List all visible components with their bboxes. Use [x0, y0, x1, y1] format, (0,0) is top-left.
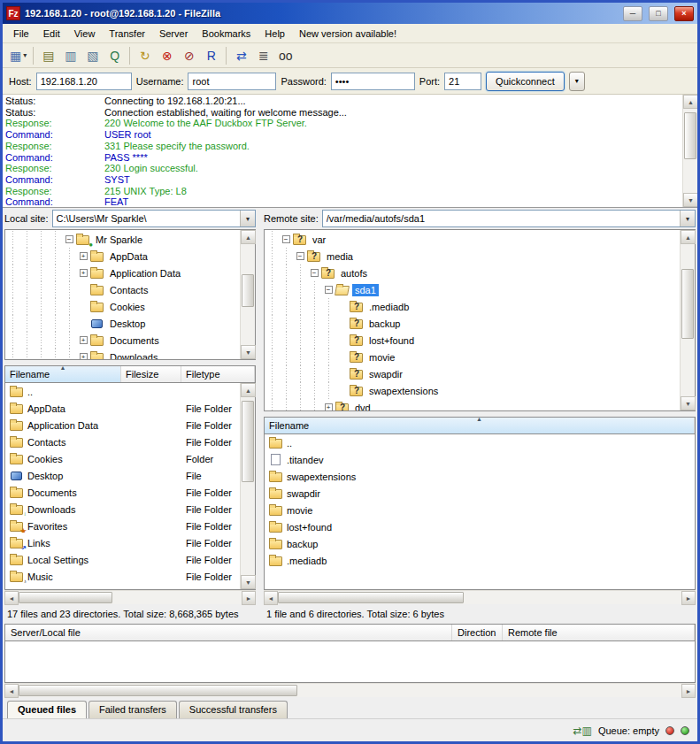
port-input[interactable] [444, 73, 481, 90]
remote-site-dropdown-icon[interactable]: ▾ [680, 211, 695, 226]
find-files-icon[interactable]: oo [274, 46, 296, 65]
username-input[interactable] [188, 73, 276, 90]
menu-server[interactable]: Server [152, 26, 195, 42]
close-button[interactable]: × [674, 6, 694, 21]
expand-plus-icon[interactable]: + [80, 353, 88, 359]
local-list-scrollbar[interactable]: ▲ ▼ [240, 383, 255, 589]
file-row-contacts[interactable]: ContactsFile Folder [5, 433, 240, 450]
host-input[interactable] [36, 73, 132, 90]
tree-expander[interactable]: − [62, 231, 76, 248]
scroll-up-icon[interactable]: ▲ [241, 230, 256, 244]
collapse-minus-icon[interactable]: − [282, 235, 290, 243]
tree-item-downloads[interactable]: +↓Downloads [5, 349, 240, 359]
tree-expander[interactable]: − [307, 265, 321, 281]
cancel-icon[interactable]: ⊗ [156, 46, 178, 65]
minimize-button[interactable]: ─ [623, 6, 642, 21]
tree-item-media[interactable]: −?media [265, 248, 680, 265]
scroll-track[interactable] [19, 684, 681, 697]
tab-successful-transfers[interactable]: Successful transfers [179, 701, 288, 718]
scroll-thumb[interactable] [242, 401, 254, 482]
tree-expander[interactable]: + [321, 399, 335, 410]
collapse-minus-icon[interactable]: − [296, 252, 304, 260]
file-row-appdata[interactable]: AppDataFile Folder [5, 400, 240, 417]
scroll-track[interactable] [683, 109, 697, 193]
scroll-down-icon[interactable]: ▼ [681, 396, 696, 410]
file-row-parent-directory[interactable]: .. [265, 434, 695, 451]
password-input[interactable] [331, 73, 415, 90]
file-row-links[interactable]: ↗LinksFile Folder [5, 534, 240, 551]
queue-column-direction[interactable]: Direction [452, 625, 503, 640]
tree-expander[interactable]: − [293, 248, 307, 265]
tree-item-swapextensions[interactable]: ?swapextensions [265, 382, 680, 399]
scroll-track[interactable] [241, 397, 255, 575]
menu-view[interactable]: View [67, 26, 103, 42]
tree-item-application-data[interactable]: +Application Data [5, 265, 240, 281]
synchronized-browsing-icon[interactable]: ≣ [252, 46, 274, 65]
message-log-scrollbar[interactable]: ▲ ▼ [682, 95, 697, 207]
file-row-lost-found[interactable]: lost+found [265, 518, 695, 535]
menu-bookmarks[interactable]: Bookmarks [195, 26, 258, 42]
tree-item-mr-sparkle[interactable]: −●Mr Sparkle [5, 231, 240, 248]
file-row-mediadb[interactable]: .mediadb [265, 552, 695, 569]
scroll-thumb[interactable] [242, 274, 254, 306]
local-list-hscrollbar[interactable]: ◄ ► [4, 590, 256, 604]
scroll-up-icon[interactable]: ▲ [681, 230, 696, 244]
scroll-left-icon[interactable]: ◄ [264, 591, 278, 605]
quickconnect-button[interactable]: Quickconnect [486, 72, 565, 91]
menu-help[interactable]: Help [258, 26, 292, 42]
file-row-cookies[interactable]: CookiesFolder [5, 450, 240, 467]
local-column-filesize[interactable]: Filesize [121, 366, 181, 382]
menu-new-version-available[interactable]: New version available! [292, 26, 404, 42]
remote-tree-scrollbar[interactable]: ▲ ▼ [680, 230, 695, 410]
toggle-queue-icon[interactable]: Q [104, 46, 126, 65]
scroll-right-icon[interactable]: ► [681, 591, 696, 605]
expand-plus-icon[interactable]: + [80, 252, 88, 260]
tree-item-lost-found[interactable]: ?lost+found [265, 332, 680, 349]
tree-item-contacts[interactable]: Contacts [5, 281, 240, 298]
scroll-right-icon[interactable]: ► [242, 591, 256, 605]
scroll-left-icon[interactable]: ◄ [4, 684, 19, 698]
remote-column-filename[interactable]: ▲Filename [265, 418, 695, 433]
title-bar[interactable]: Fz 192.168.1.20 - root@192.168.1.20 - Fi… [3, 3, 697, 24]
collapse-minus-icon[interactable]: − [311, 269, 319, 277]
file-row-favorites[interactable]: ★FavoritesFile Folder [5, 518, 240, 534]
file-row-swapextensions[interactable]: swapextensions [265, 468, 695, 485]
tree-item-sda1[interactable]: −sda1 [265, 281, 680, 298]
quickconnect-dropdown-button[interactable]: ▾ [569, 72, 585, 91]
scroll-track[interactable] [278, 591, 681, 604]
refresh-icon[interactable]: ↻ [134, 46, 156, 65]
disconnect-icon[interactable]: ⊘ [178, 46, 200, 65]
maximize-button[interactable]: □ [649, 6, 668, 21]
tab-failed-transfers[interactable]: Failed transfers [88, 701, 177, 718]
local-site-input[interactable] [53, 211, 240, 226]
tree-expander[interactable]: + [76, 248, 90, 265]
local-tree-scrollbar[interactable]: ▲ ▼ [240, 230, 255, 359]
tree-item-dvd[interactable]: +?dvd [265, 399, 680, 410]
expand-plus-icon[interactable]: + [80, 269, 88, 277]
scroll-down-icon[interactable]: ▼ [241, 575, 256, 589]
scroll-thumb[interactable] [684, 112, 696, 159]
tree-item-documents[interactable]: +Documents [5, 332, 240, 349]
remote-list-hscrollbar[interactable]: ◄ ► [264, 590, 696, 604]
dropdown-caret-icon[interactable]: ▾ [23, 51, 27, 59]
tree-item-backup[interactable]: ?backup [265, 315, 680, 332]
tree-item-appdata[interactable]: +AppData [5, 248, 240, 265]
local-site-dropdown-icon[interactable]: ▾ [240, 211, 255, 226]
scroll-up-icon[interactable]: ▲ [683, 95, 698, 109]
file-row-parent-directory[interactable]: .. [5, 383, 240, 400]
tree-item-cookies[interactable]: Cookies [5, 298, 240, 315]
file-row-backup[interactable]: backup [265, 535, 695, 552]
menu-edit[interactable]: Edit [36, 26, 67, 42]
scroll-down-icon[interactable]: ▼ [241, 345, 256, 359]
file-row-downloads[interactable]: ↓DownloadsFile Folder [5, 501, 240, 518]
scroll-up-icon[interactable]: ▲ [241, 383, 256, 397]
menu-transfer[interactable]: Transfer [102, 26, 152, 42]
scroll-track[interactable] [681, 244, 695, 396]
file-row-documents[interactable]: DocumentsFile Folder [5, 484, 240, 501]
toggle-remote-tree-icon[interactable]: ▧ [81, 46, 104, 65]
file-row-movie[interactable]: movie [265, 502, 695, 518]
expand-plus-icon[interactable]: + [80, 336, 88, 344]
local-column-filetype[interactable]: Filetype [181, 366, 255, 382]
tree-expander[interactable]: + [76, 349, 90, 359]
file-row-desktop[interactable]: DesktopFile [5, 467, 240, 484]
